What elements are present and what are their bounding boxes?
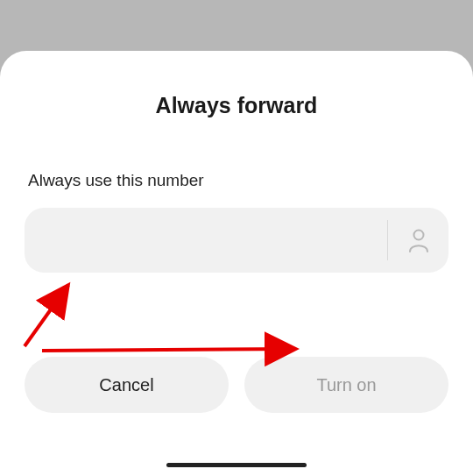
phone-input[interactable] xyxy=(44,208,387,273)
forward-dialog-sheet: Always forward Always use this number Ca… xyxy=(0,51,473,476)
gesture-bar xyxy=(166,463,307,467)
phone-input-row xyxy=(25,208,448,273)
contact-icon xyxy=(408,228,429,252)
svg-point-0 xyxy=(413,231,423,240)
turn-on-button[interactable]: Turn on xyxy=(244,357,448,413)
phone-field-label: Always use this number xyxy=(28,171,448,190)
dialog-actions: Cancel Turn on xyxy=(25,357,448,413)
cancel-button[interactable]: Cancel xyxy=(25,357,229,413)
pick-contact-button[interactable] xyxy=(387,220,448,260)
dialog-title: Always forward xyxy=(25,93,448,118)
